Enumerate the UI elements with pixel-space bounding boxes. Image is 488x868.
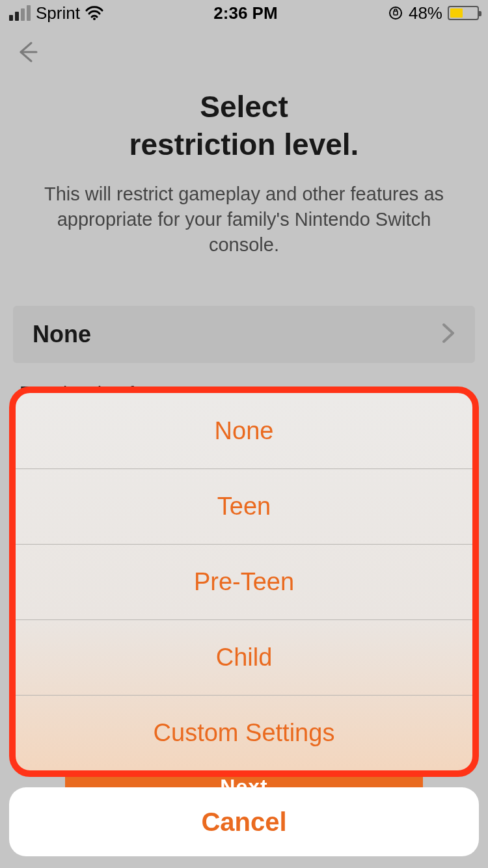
option-child[interactable]: Child <box>16 619 472 695</box>
status-bar-right: 48% <box>388 3 479 23</box>
option-pre-teen[interactable]: Pre-Teen <box>16 544 472 619</box>
page-title-line2: restriction level. <box>129 128 359 161</box>
option-teen[interactable]: Teen <box>16 468 472 544</box>
action-sheet-options: None Teen Pre-Teen Child Custom Settings <box>9 387 479 777</box>
carrier-label: Sprint <box>36 3 80 23</box>
restriction-level-current-label: None <box>33 321 91 348</box>
battery-percent-label: 48% <box>409 3 442 23</box>
page-title-line1: Select <box>200 90 288 124</box>
back-button[interactable] <box>12 36 43 68</box>
page-title: Select restriction level. <box>0 88 488 163</box>
status-bar-left: Sprint <box>9 3 103 23</box>
restriction-level-selector[interactable]: None <box>13 306 475 363</box>
rotation-lock-icon <box>388 5 403 21</box>
action-sheet: None Teen Pre-Teen Child Custom Settings… <box>9 387 479 856</box>
status-bar: Sprint 2:36 PM 48% <box>0 0 488 26</box>
chevron-right-icon <box>441 322 455 347</box>
wifi-icon <box>85 6 103 20</box>
cancel-button[interactable]: Cancel <box>9 787 479 856</box>
option-custom-settings[interactable]: Custom Settings <box>16 695 472 770</box>
svg-rect-2 <box>394 11 398 15</box>
status-bar-time: 2:36 PM <box>213 3 277 23</box>
svg-point-0 <box>93 18 96 20</box>
battery-icon <box>448 6 479 20</box>
option-none[interactable]: None <box>16 393 472 468</box>
cellular-signal-icon <box>9 5 31 21</box>
arrow-left-icon <box>14 39 40 65</box>
page-subtitle: This will restrict gameplay and other fe… <box>40 182 448 258</box>
